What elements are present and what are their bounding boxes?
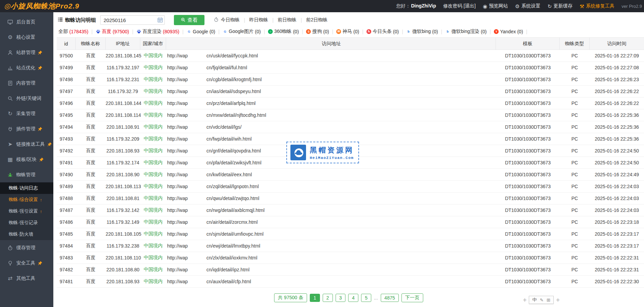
sidebar-item-cache[interactable]: 缓存管理: [0, 240, 53, 255]
table-row: 97496 百度 220.181.108.144 中国境内 http://wap…: [57, 97, 644, 109]
cell-spider: 百度: [76, 219, 106, 225]
table-row: 97488 百度 220.181.108.81 中国境内 http://wap …: [57, 193, 644, 204]
url-path: cn/gnf/detail/qovpdra.html: [207, 148, 261, 154]
cell-spider: 百度: [76, 278, 106, 285]
filter-sogou[interactable]: S 搜狗(0): [306, 29, 329, 35]
keyboard-icon[interactable]: ⊞: [547, 297, 550, 303]
last-page-button[interactable]: 4875: [381, 294, 399, 302]
ime-language-toggle[interactable]: 中: [532, 297, 537, 303]
redaction-mask: [188, 76, 207, 83]
cell-time: 2025-01-16 22:24:50: [590, 160, 644, 165]
page-button[interactable]: 3: [336, 294, 346, 302]
view-button[interactable]: 查看: [174, 15, 204, 25]
table-row: 97489 百度 220.181.108.113 中国境内 http://wap…: [57, 181, 644, 193]
col-template: 模板: [496, 38, 560, 50]
system-repair-tool-link[interactable]: ⚒ 系统修复工具: [580, 3, 614, 9]
page-button[interactable]: 4: [348, 294, 358, 302]
sidebar-item-site-optimize[interactable]: 站点优化: [0, 60, 53, 75]
date-input[interactable]: [100, 15, 165, 25]
sidebar-item-links-keywords[interactable]: 外链/关键词: [0, 91, 53, 106]
sidebar-item-spider-manage[interactable]: 蜘蛛管理: [0, 167, 53, 182]
redaction-mask: [188, 160, 207, 166]
table-row: 97485 百度 220.181.108.105 中国境内 http://wap…: [57, 228, 644, 240]
sidebar-item-templates[interactable]: ▦ 模板/区块: [0, 152, 53, 167]
sidebar-item-spider-general-settings[interactable]: 蜘蛛·综合设置 ↑: [0, 194, 53, 205]
date-field-wrap: [100, 15, 165, 25]
sidebar-item-collection[interactable]: ↻ 采集管理: [0, 106, 53, 121]
url-prefix: http://wap: [167, 219, 188, 225]
url-path: cn/fjq/detail/ful.html: [207, 65, 247, 70]
cell-id: 97494: [57, 124, 76, 130]
cell-template: DT1030/1030DT3673: [496, 77, 560, 82]
two-days-before-spiders-link[interactable]: 前2日蜘蛛: [306, 17, 328, 23]
redaction-mask: [188, 243, 207, 249]
cell-id: 97484: [57, 243, 76, 249]
sidebar-item-dashboard[interactable]: 后台首页: [0, 14, 53, 30]
sidebar-item-spider-force-settings[interactable]: 蜘蛛·强引设置 ↑: [0, 205, 53, 217]
today-spiders-link[interactable]: 今日蜘蛛: [214, 17, 240, 23]
filter-yandex[interactable]: Y Yandex(0): [494, 29, 523, 34]
sidebar-item-security[interactable]: 安全工具: [0, 255, 53, 271]
filter-google-images[interactable]: G Google图片(0): [222, 29, 261, 35]
filter-all[interactable]: 全部(178435): [58, 29, 88, 35]
ime-toolbar[interactable]: 中 ✎ ⊞: [529, 296, 554, 304]
sidebar-item-plugins[interactable]: 插件管理: [0, 121, 53, 137]
cell-type: PC: [560, 112, 590, 118]
pin-icon: [38, 66, 42, 70]
sidebar-item-core-settings[interactable]: ⚙ 核心设置: [0, 30, 53, 45]
filter-shenma[interactable]: 神 神马(0): [336, 29, 359, 35]
sidebar-item-spider-firewall[interactable]: 蜘蛛·防火墙: [0, 229, 53, 240]
redaction-mask: [188, 88, 207, 94]
page-button-1[interactable]: 1: [310, 294, 320, 302]
cell-id: 97491: [57, 160, 76, 165]
bing-icon: b: [406, 29, 411, 34]
sidebar-item-link-push[interactable]: ➤ 链接推送工具: [0, 137, 53, 152]
filter-bing[interactable]: b 微软bing(0): [406, 29, 438, 35]
cell-id: 97495: [57, 112, 76, 118]
sidebar-item-site-group[interactable]: 站群管理: [0, 45, 53, 60]
filter-baidu[interactable]: 百度(97500): [96, 29, 129, 35]
table-row: 97486 百度 116.179.32.149 中国境内 http://wap …: [57, 216, 644, 228]
yesterday-spiders-link[interactable]: 昨日蜘蛛: [249, 17, 268, 23]
document-icon: [7, 80, 13, 86]
refresh-cache-link[interactable]: ↻ 更新缓存: [548, 3, 573, 9]
watermark-heimaoziyuan: 黑帽资源网 HeiMaoZiYuan.Com: [286, 142, 359, 163]
sidebar-item-other-tools[interactable]: ⇄ 其他工具: [0, 271, 53, 286]
cell-time: 2025-01-16 22:25:36: [590, 112, 644, 118]
cell-type: PC: [560, 219, 590, 225]
up-arrow-icon: ↑: [40, 209, 42, 214]
page-button[interactable]: 5: [361, 294, 371, 302]
sidebar-item-spider-force-records[interactable]: 蜘蛛·强引记录: [0, 217, 53, 229]
pen-icon[interactable]: ✎: [540, 297, 543, 303]
next-page-button[interactable]: 下一页: [401, 293, 423, 302]
filter-360-spider[interactable]: ○ 360蜘蛛(0): [268, 29, 299, 35]
table-row: 97495 百度 220.181.108.114 中国境内 http://wap…: [57, 109, 644, 121]
cell-type: PC: [560, 255, 590, 260]
page-button[interactable]: 2: [323, 294, 333, 302]
day-before-spiders-link[interactable]: 前日蜘蛛: [278, 17, 297, 23]
filter-toutiao[interactable]: 头 今日头条(0): [366, 29, 399, 35]
filter-google[interactable]: G Google(0): [187, 29, 215, 34]
filter-bing-render[interactable]: b 微软bing渲染(0): [445, 29, 487, 35]
table-row: 97498 百度 116.179.32.231 中国境内 http://wap …: [57, 74, 644, 86]
sidebar-item-content[interactable]: 内容管理: [0, 75, 53, 91]
calendar-icon[interactable]: [157, 17, 163, 24]
filter-baidu-render[interactable]: 百度渲染(80935): [137, 29, 179, 35]
ime-status-bar[interactable]: ✛ 中 ✎ ⊞ ✛: [523, 296, 560, 304]
timer-icon: [7, 245, 13, 251]
system-settings-link[interactable]: ⚙ 系统设置: [515, 3, 540, 9]
cell-time: 2025-01-16 22:22:30: [590, 279, 644, 284]
cell-region: 中国境内: [140, 171, 166, 178]
sidebar-item-spider-access-log[interactable]: 蜘蛛·访问日志: [0, 182, 53, 194]
url-prefix: http://wap: [167, 112, 188, 118]
cell-region: 中国境内: [140, 195, 166, 201]
table-row: 97494 百度 220.181.108.91 中国境内 http://wap …: [57, 121, 644, 133]
cell-template: DT1030/1030DT3673: [496, 219, 560, 225]
cell-type: PC: [560, 267, 590, 272]
change-password-logout-link[interactable]: 修改密码 [退出]: [443, 3, 476, 9]
sidebar: 后台首页 ⚙ 核心设置 站群管理 站点优化 内容管理 外链/关键词 ↻ 采集管理: [0, 12, 53, 307]
redaction-mask: [188, 112, 207, 118]
cell-id: 97489: [57, 184, 76, 189]
url-prefix: http://wap: [167, 172, 188, 177]
preview-site-link[interactable]: ◉ 预览网站: [483, 3, 508, 9]
